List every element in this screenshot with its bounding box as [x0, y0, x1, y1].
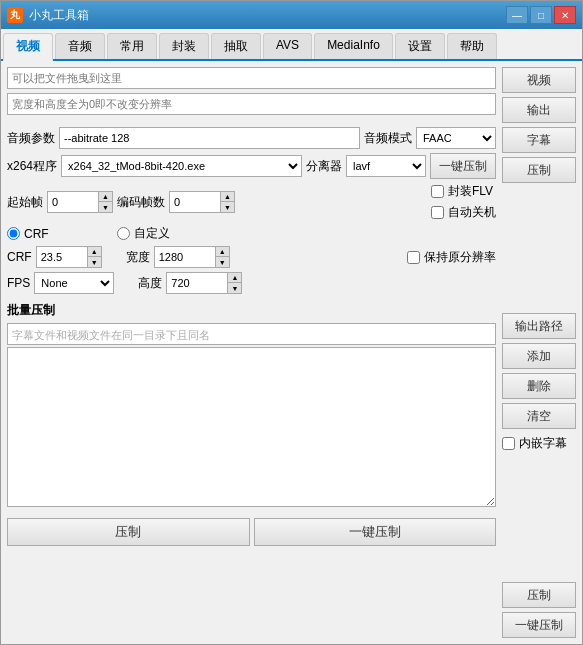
crf-radio-label: CRF	[24, 227, 49, 241]
keep-resolution-label: 保持原分辨率	[424, 249, 496, 266]
height-down-btn[interactable]: ▼	[227, 283, 241, 293]
width-label: 宽度	[126, 249, 150, 266]
encode-frames-label: 编码帧数	[117, 194, 165, 211]
embed-subtitle-checkbox[interactable]	[502, 437, 515, 450]
video-button[interactable]: 视频	[502, 67, 576, 93]
batch-hint: 字幕文件和视频文件在同一目录下且同名	[7, 323, 496, 345]
tab-bar: 视频 音频 常用 封装 抽取 AVS MediaInfo 设置 帮助	[1, 29, 582, 61]
encode-frames-up-btn[interactable]: ▲	[220, 192, 234, 202]
right-checkboxes: 封装FLV 自动关机	[431, 183, 496, 221]
delete-button[interactable]: 删除	[502, 373, 576, 399]
auto-shutdown-label: 自动关机	[448, 204, 496, 221]
encap-flv-checkbox[interactable]	[431, 185, 444, 198]
batch-onekey-button[interactable]: 一键压制	[502, 612, 576, 638]
fps-label: FPS	[7, 276, 30, 290]
custom-radio-item: 自定义	[117, 225, 170, 242]
batch-list[interactable]	[7, 347, 496, 507]
audio-mode-label: 音频模式	[364, 130, 412, 147]
add-button[interactable]: 添加	[502, 343, 576, 369]
titlebar-buttons: — □ ✕	[506, 6, 576, 24]
tab-avs[interactable]: AVS	[263, 33, 312, 59]
tab-settings[interactable]: 设置	[395, 33, 445, 59]
subtitle-button[interactable]: 字幕	[502, 127, 576, 153]
center-panel: 音频参数 音频模式 FAAC x264程序 x264_32_tMod-8bit-…	[7, 67, 496, 638]
content-area: 音频参数 音频模式 FAAC x264程序 x264_32_tMod-8bit-…	[1, 61, 582, 644]
tab-video[interactable]: 视频	[3, 33, 53, 61]
window-title: 小丸工具箱	[29, 7, 506, 24]
batch-title: 批量压制	[7, 302, 496, 319]
height-spinner: ▲ ▼	[166, 272, 242, 294]
start-frame-label: 起始帧	[7, 194, 43, 211]
start-frame-spinner: ▲ ▼	[47, 191, 113, 213]
keep-resolution-item: 保持原分辨率	[407, 249, 496, 266]
output-path-button[interactable]: 输出路径	[502, 313, 576, 339]
encap-flv-item: 封装FLV	[431, 183, 496, 200]
separator-select[interactable]: lavf	[346, 155, 426, 177]
mode-radio-row: CRF 自定义	[7, 225, 496, 242]
tab-common[interactable]: 常用	[107, 33, 157, 59]
custom-radio[interactable]	[117, 227, 130, 240]
x264-label: x264程序	[7, 158, 57, 175]
start-frame-input[interactable]	[48, 192, 98, 212]
custom-radio-label: 自定义	[134, 225, 170, 242]
fps-select[interactable]: None 23.976 24 25 29.97 30 60	[34, 272, 114, 294]
close-button[interactable]: ✕	[554, 6, 576, 24]
start-frame-down-btn[interactable]: ▼	[98, 202, 112, 212]
batch-compress-button[interactable]: 压制	[502, 582, 576, 608]
keep-resolution-checkbox[interactable]	[407, 251, 420, 264]
compress-bottom-button[interactable]: 压制	[7, 518, 250, 546]
tab-extract[interactable]: 抽取	[211, 33, 261, 59]
crf-fps-row: CRF ▲ ▼ 宽度 ▲ ▼	[7, 246, 496, 268]
width-spinner: ▲ ▼	[154, 246, 230, 268]
width-input[interactable]	[155, 247, 215, 267]
height-input[interactable]	[167, 273, 227, 293]
app-icon: 丸	[7, 7, 23, 23]
crf-radio[interactable]	[7, 227, 20, 240]
x264-select[interactable]: x264_32_tMod-8bit-420.exe	[61, 155, 302, 177]
tab-audio[interactable]: 音频	[55, 33, 105, 59]
frames-row: 起始帧 ▲ ▼ 编码帧数 ▲ ▼	[7, 183, 496, 221]
audio-params-label: 音频参数	[7, 130, 55, 147]
batch-section: 批量压制 字幕文件和视频文件在同一目录下且同名	[7, 302, 496, 510]
width-up-btn[interactable]: ▲	[215, 247, 229, 257]
crf-value-label: CRF	[7, 250, 32, 264]
maximize-button[interactable]: □	[530, 6, 552, 24]
crf-input[interactable]	[37, 247, 87, 267]
encode-frames-input[interactable]	[170, 192, 220, 212]
output-button[interactable]: 输出	[502, 97, 576, 123]
encode-frames-spinner: ▲ ▼	[169, 191, 235, 213]
right-panel: 视频 输出 字幕 压制 输出路径 添加 删除 清空 内嵌字幕 压制 一键压制	[502, 67, 576, 638]
start-frame-up-btn[interactable]: ▲	[98, 192, 112, 202]
embed-subtitle-label: 内嵌字幕	[519, 435, 567, 452]
embed-subtitle-item: 内嵌字幕	[502, 435, 576, 452]
audio-mode-select[interactable]: FAAC	[416, 127, 496, 149]
clear-button[interactable]: 清空	[502, 403, 576, 429]
drop-zone-input[interactable]	[7, 67, 496, 89]
resolution-hint-input[interactable]	[7, 93, 496, 115]
crf-radio-item: CRF	[7, 227, 49, 241]
compress-button[interactable]: 压制	[502, 157, 576, 183]
crf-spinner: ▲ ▼	[36, 246, 102, 268]
audio-params-input[interactable]	[59, 127, 360, 149]
onekey-compress-top-button[interactable]: 一键压制	[430, 153, 496, 179]
height-up-btn[interactable]: ▲	[227, 273, 241, 283]
tab-mediainfo[interactable]: MediaInfo	[314, 33, 393, 59]
encode-frames-down-btn[interactable]: ▼	[220, 202, 234, 212]
tab-pack[interactable]: 封装	[159, 33, 209, 59]
auto-shutdown-checkbox[interactable]	[431, 206, 444, 219]
x264-row: x264程序 x264_32_tMod-8bit-420.exe 分离器 lav…	[7, 153, 496, 179]
encap-flv-label: 封装FLV	[448, 183, 493, 200]
crf-up-btn[interactable]: ▲	[87, 247, 101, 257]
auto-shutdown-item: 自动关机	[431, 204, 496, 221]
height-label: 高度	[138, 275, 162, 292]
bottom-buttons: 压制 一键压制	[7, 518, 496, 546]
audio-params-row: 音频参数 音频模式 FAAC	[7, 127, 496, 149]
minimize-button[interactable]: —	[506, 6, 528, 24]
width-down-btn[interactable]: ▼	[215, 257, 229, 267]
fps-height-row: FPS None 23.976 24 25 29.97 30 60 高度 ▲ ▼	[7, 272, 496, 294]
main-window: 丸 小丸工具箱 — □ ✕ 视频 音频 常用 封装 抽取 AVS MediaIn…	[0, 0, 583, 645]
crf-down-btn[interactable]: ▼	[87, 257, 101, 267]
tab-help[interactable]: 帮助	[447, 33, 497, 59]
onekey-bottom-button[interactable]: 一键压制	[254, 518, 497, 546]
separator-label: 分离器	[306, 158, 342, 175]
